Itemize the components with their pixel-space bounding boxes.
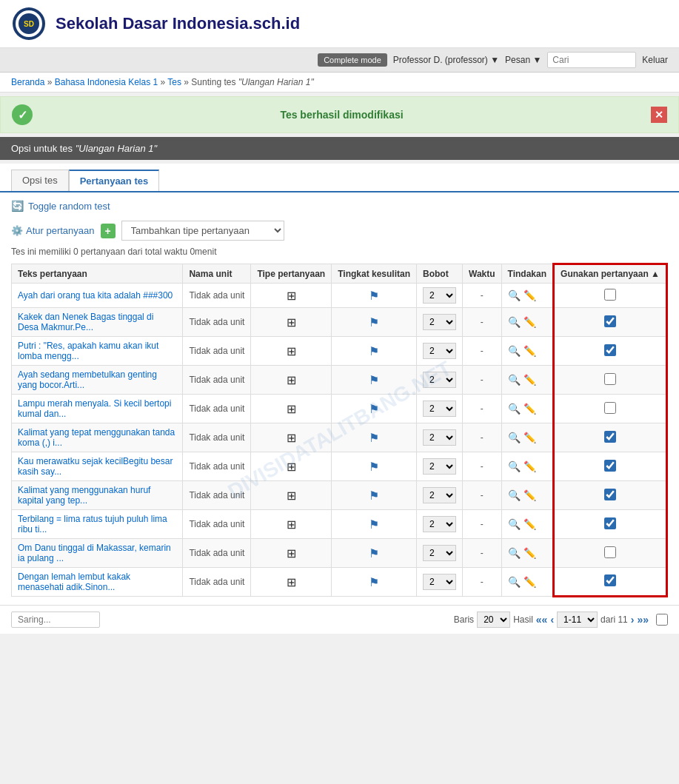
breadcrumb-beranda[interactable]: Beranda [11,77,44,87]
bobot-select[interactable]: 2 [423,574,456,590]
toggle-random-row[interactable]: 🔄 Toggle random test [11,200,668,212]
use-question-checkbox[interactable] [604,315,616,327]
tab-opsi-tes[interactable]: Opsi tes [11,170,69,191]
use-question-checkbox[interactable] [604,373,616,385]
tindakan-cell: 🔍✏️ [501,308,553,337]
keluar-button[interactable]: Keluar [642,55,668,65]
success-banner: ✓ Tes berhasil dimodifikasi ✕ [0,96,679,133]
tab-pertanyaan-tes[interactable]: Pertanyaan tes [69,170,160,191]
bobot-select[interactable]: 2 [423,314,456,330]
edit-action-icon[interactable]: ✏️ [524,403,536,415]
question-link[interactable]: Ayah dari orang tua kita adalah ###300 [18,290,173,301]
question-link[interactable]: Kalimat yang tepat menggunakan tanda kom… [18,427,175,448]
waktu-cell: - [463,539,502,568]
breadcrumb-tes[interactable]: Tes [167,77,181,87]
waktu-cell: - [463,284,502,308]
page-select[interactable]: 1-11 [557,612,598,628]
edit-action-icon[interactable]: ✏️ [524,432,536,443]
use-question-checkbox[interactable] [604,489,616,500]
close-banner-button[interactable]: ✕ [651,107,667,123]
question-link[interactable]: Terbilang = lima ratus tujuh puluh lima … [18,514,167,535]
question-link[interactable]: Dengan lemah lembut kakak menasehati adi… [18,572,130,592]
use-question-checkbox[interactable] [604,431,616,443]
complete-mode-button[interactable]: Complete mode [318,53,387,67]
edit-action-icon[interactable]: ✏️ [524,289,536,301]
question-type-icon: ⊞ [287,460,296,473]
use-question-checkbox[interactable] [604,517,616,529]
question-link[interactable]: Om Danu tinggal di Makassar, kemarin ia … [18,543,171,563]
question-type-icon: ⊞ [287,576,296,589]
search-action-icon[interactable]: 🔍 [508,289,521,301]
bobot-select[interactable]: 2 [423,372,456,388]
question-type-icon: ⊞ [287,403,296,415]
bobot-cell: 2 [417,284,463,308]
flag-icon: ⚑ [369,374,379,386]
edit-action-icon[interactable]: ✏️ [524,460,536,472]
options-header: Opsi untuk tes "Ulangan Harian 1" [0,137,679,160]
bobot-select[interactable]: 2 [423,287,456,304]
search-action-icon[interactable]: 🔍 [508,374,521,386]
search-action-icon[interactable]: 🔍 [508,576,521,588]
bobot-select[interactable]: 2 [423,429,456,446]
prev-page-button[interactable]: ‹ [550,614,554,626]
bobot-select[interactable]: 2 [423,458,456,475]
question-link[interactable]: Ayah sedang membetulkan genting yang boc… [18,369,157,390]
use-question-cell [554,366,667,395]
bobot-select[interactable]: 2 [423,343,456,359]
col-header-waktu: Waktu [463,264,502,284]
difficulty-cell: ⚑ [332,308,417,337]
question-link[interactable]: Kau merawatku sejak kecilBegitu besar ka… [18,456,173,477]
use-question-checkbox[interactable] [604,574,616,586]
bobot-select[interactable]: 2 [423,401,456,417]
edit-action-icon[interactable]: ✏️ [524,316,536,328]
use-question-checkbox[interactable] [604,546,616,558]
bobot-select[interactable]: 2 [423,545,456,561]
edit-action-icon[interactable]: ✏️ [524,374,536,386]
question-link[interactable]: Kalimat yang menggunakan huruf kapital y… [18,485,150,506]
search-action-icon[interactable]: 🔍 [508,403,521,415]
search-action-icon[interactable]: 🔍 [508,518,521,530]
breadcrumb-bahasa[interactable]: Bahasa Indonesia Kelas 1 [55,77,158,87]
search-action-icon[interactable]: 🔍 [508,489,521,501]
search-action-icon[interactable]: 🔍 [508,316,521,328]
bobot-cell: 2 [417,539,463,568]
edit-action-icon[interactable]: ✏️ [524,547,536,559]
edit-action-icon[interactable]: ✏️ [524,518,536,530]
question-link[interactable]: Lampu merah menyala. Si kecil bertopi ku… [18,398,171,419]
bobot-select[interactable]: 2 [423,487,456,503]
bobot-cell: 2 [417,510,463,539]
search-action-icon[interactable]: 🔍 [508,547,521,559]
waktu-cell: - [463,366,502,395]
waktu-cell: - [463,481,502,510]
edit-action-icon[interactable]: ✏️ [524,576,536,588]
pesan-dropdown[interactable]: Pesan ▼ [505,55,541,65]
search-input[interactable] [547,52,636,68]
next-page-button[interactable]: › [631,614,635,626]
search-action-icon[interactable]: 🔍 [508,432,521,443]
use-question-checkbox[interactable] [604,289,616,301]
atur-pertanyaan-button[interactable]: ⚙️ Atur pertanyaan [11,225,95,236]
edit-action-icon[interactable]: ✏️ [524,345,536,357]
search-action-icon[interactable]: 🔍 [508,460,521,472]
add-type-icon: + [101,224,116,238]
first-page-button[interactable]: «« [536,614,548,626]
difficulty-cell: ⚑ [332,452,417,481]
last-page-button[interactable]: »» [637,614,649,626]
question-link[interactable]: Kakek dan Nenek Bagas tinggal di Desa Ma… [18,312,153,332]
use-question-checkbox[interactable] [604,460,616,472]
type-select[interactable]: Tambahkan tipe pertanyaan [121,221,284,241]
baris-select[interactable]: 20 [477,612,510,628]
professor-dropdown[interactable]: Professor D. (professor) ▼ [393,55,499,65]
waktu-cell: - [463,337,502,366]
edit-action-icon[interactable]: ✏️ [524,489,536,501]
use-question-checkbox[interactable] [604,402,616,414]
filter-input[interactable] [11,612,100,628]
type-icon-cell: ⊞ [251,284,332,308]
header: SD Sekolah Dasar Indonesia.sch.id [0,0,679,48]
footer-checkbox[interactable] [656,614,668,626]
question-link[interactable]: Putri : "Res, apakah kamu akan ikut lomb… [18,341,158,361]
use-question-cell [554,568,667,597]
search-action-icon[interactable]: 🔍 [508,345,521,357]
bobot-select[interactable]: 2 [423,516,456,532]
use-question-checkbox[interactable] [604,344,616,356]
